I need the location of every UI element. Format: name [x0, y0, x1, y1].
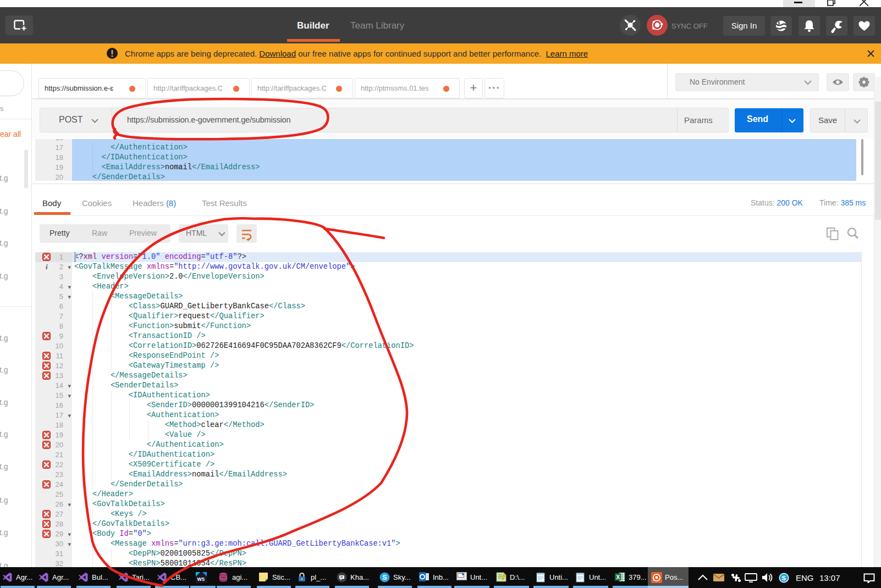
svg-text:S: S	[382, 574, 387, 581]
svg-text:WS: WS	[197, 576, 205, 582]
svg-text:X: X	[616, 574, 620, 580]
svg-text:S: S	[782, 575, 786, 581]
